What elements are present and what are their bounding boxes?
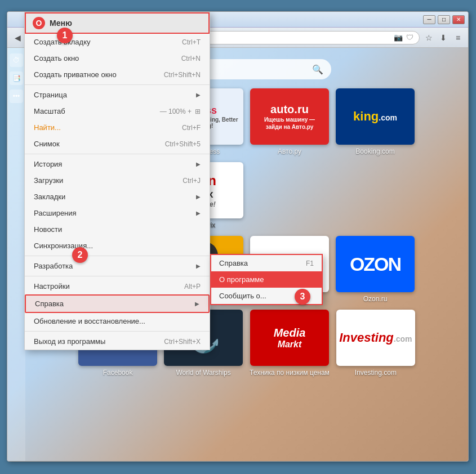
menu-item-bookmarks[interactable]: Закладки ▶ (25, 189, 210, 205)
back-button[interactable]: ◀ (12, 32, 23, 43)
menu-item-label: Масштаб (34, 107, 65, 115)
menu-item-dev[interactable]: Разработка ▶ (25, 258, 210, 274)
download-button[interactable]: ⬇ (438, 32, 449, 43)
dial-item-mediamarkt[interactable]: Media Markt Техника по низким ценам (250, 310, 330, 377)
dial-item-booking[interactable]: king.com Booking.com (336, 88, 415, 155)
menu-item-zoom[interactable]: Масштаб — 100% + ⊞ (25, 103, 210, 119)
menu-item-label: Создать окно (34, 54, 79, 62)
submenu-item-label: Справка (219, 259, 248, 267)
menu-item-label: Создать приватное окно (34, 70, 117, 79)
dial-label-warships: World of Warships (176, 369, 230, 377)
opera-logo: O (33, 17, 45, 29)
menu-item-sync[interactable]: Синхронизация... (25, 238, 210, 254)
menu-item-shortcut: Ctrl+Shift+5 (165, 140, 201, 148)
menu-item-page[interactable]: Страница ▶ (25, 87, 210, 103)
dial-label-investing: Investing.com (355, 369, 397, 377)
menu-item-label: Обновление и восстановление... (34, 317, 145, 325)
menu-item-shortcut: Alt+P (184, 283, 201, 290)
menu-item-label: Закладки (34, 193, 65, 201)
menu-item-label: Создать вкладку (34, 38, 91, 46)
menu-item-extensions[interactable]: Расширения ▶ (25, 205, 210, 221)
menu-item-label: Загрузки (34, 176, 63, 185)
browser-window: ─ □ ✕ ◀ ▶ ↺ ⌂ для поиска или веб-адрес 📷… (7, 11, 469, 462)
menu-item-label: Расширения (34, 209, 77, 217)
menu-item-new-tab[interactable]: Создать вкладку Ctrl+T (25, 34, 210, 50)
menu-item-shortcut: Ctrl+J (183, 177, 201, 185)
submenu: Справка F1 О программе Сообщить о... (210, 254, 323, 305)
menu-item-history[interactable]: История ▶ (25, 156, 210, 172)
menu-item-label: Новости (34, 225, 62, 234)
menu-item-shortcut: Ctrl+Shift+X (164, 338, 201, 346)
title-bar-buttons: ─ □ ✕ (423, 15, 465, 24)
menu-item-downloads[interactable]: Загрузки Ctrl+J (25, 172, 210, 189)
menu-item-label: Снимок (34, 140, 60, 148)
arrow-icon: ▶ (196, 161, 201, 167)
menu-item-label: Настройки (34, 282, 70, 290)
menu-item-exit[interactable]: Выход из программы Ctrl+Shift+X (25, 333, 210, 350)
dial-label-ozon: Ozon.ru (363, 295, 388, 303)
menu-item-shortcut: Ctrl+T (182, 38, 201, 46)
submenu-item-help[interactable]: Справка F1 (211, 255, 322, 271)
dial-label-autoru: Авто.ру (278, 147, 301, 155)
sidebar-clock-icon[interactable]: ⏱ (10, 53, 23, 67)
menu-separator-3 (25, 256, 210, 256)
menu-item-find[interactable]: Найти... Ctrl+F (25, 119, 210, 136)
dial-label-facebook: Facebook (103, 369, 133, 377)
menu-item-label: Разработка (34, 262, 73, 270)
minimize-button[interactable]: ─ (423, 15, 435, 24)
menu-item-help[interactable]: Справка ▶ (25, 294, 210, 313)
arrow-icon: ▶ (196, 92, 201, 98)
main-menu: O Меню Создать вкладку Ctrl+T Создать ок… (24, 12, 210, 350)
menu-item-label: Страница (34, 91, 67, 99)
menu-item-shortcut: Ctrl+F (182, 124, 201, 132)
maximize-button[interactable]: □ (438, 15, 450, 24)
submenu-item-report[interactable]: Сообщить о... (211, 288, 322, 304)
dial-item-investing[interactable]: Investing.com Investing.com (336, 310, 415, 377)
dial-item-ozon[interactable]: OZON Ozon.ru (336, 236, 415, 303)
sidebar-dots-icon[interactable]: ••• (10, 90, 23, 103)
search-icon: 🔍 (312, 64, 323, 75)
menu-item-snapshot[interactable]: Снимок Ctrl+Shift+5 (25, 136, 210, 152)
menu-separator-4 (25, 276, 210, 276)
dial-label-booking: Booking.com (355, 147, 394, 155)
menu-item-news[interactable]: Новости (25, 221, 210, 238)
menu-title: Меню (50, 19, 72, 28)
menu-item-shortcut: Ctrl+Shift+N (164, 71, 201, 79)
menu-separator-1 (25, 84, 210, 85)
bookmark-button[interactable]: ☆ (423, 32, 434, 43)
close-button[interactable]: ✕ (452, 15, 465, 24)
dial-label-mediamarkt: Техника по низким ценам (250, 369, 330, 377)
menu-separator-2 (25, 154, 210, 154)
menu-item-shortcut: Ctrl+N (181, 55, 201, 62)
menu-item-label: Справка (35, 299, 64, 308)
menu-item-label: Найти... (34, 123, 61, 132)
menu-item-private-window[interactable]: Создать приватное окно Ctrl+Shift+N (25, 66, 210, 83)
shield-icon: 🛡 (406, 33, 413, 42)
camera-icon: 📷 (394, 33, 403, 42)
menu-item-update[interactable]: Обновление и восстановление... (25, 313, 210, 329)
arrow-icon: ▶ (196, 210, 201, 216)
menu-separator-5 (25, 331, 210, 332)
menu-button[interactable]: ≡ (452, 32, 464, 43)
menu-header: O Меню (25, 12, 210, 34)
submenu-item-about[interactable]: О программе (211, 271, 322, 288)
menu-item-label: Выход из программы (34, 337, 105, 346)
submenu-item-label: О программе (219, 275, 264, 284)
arrow-icon: ▶ (195, 301, 199, 307)
sidebar-icons: ⏱ 📑 ••• (7, 48, 25, 461)
arrow-icon: ▶ (196, 263, 201, 269)
menu-item-label: История (34, 160, 62, 168)
menu-item-settings[interactable]: Настройки Alt+P (25, 278, 210, 294)
arrow-icon: ▶ (196, 194, 201, 200)
submenu-item-shortcut: F1 (306, 260, 314, 267)
menu-item-new-window[interactable]: Создать окно Ctrl+N (25, 50, 210, 66)
submenu-item-label: Сообщить о... (219, 292, 266, 300)
menu-item-label: Синхронизация... (34, 242, 93, 250)
dial-item-autoru[interactable]: auto.ru Ищешь машину — зайди на Авто.ру … (250, 88, 329, 155)
sidebar-bookmark-icon[interactable]: 📑 (10, 71, 23, 85)
zoom-controls: — 100% + ⊞ (160, 108, 201, 115)
